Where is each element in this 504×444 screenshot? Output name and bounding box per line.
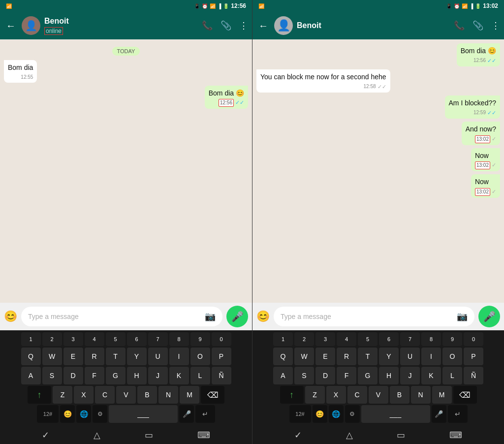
kb-J[interactable]: J xyxy=(148,367,168,384)
kb-key-6[interactable]: 6 xyxy=(127,332,147,346)
kb-U[interactable]: U xyxy=(148,348,168,365)
kb-space-left[interactable]: ___ xyxy=(109,405,178,423)
kb-r-8[interactable]: 8 xyxy=(421,332,441,346)
mic-button-left[interactable]: 🎤 xyxy=(226,306,248,327)
kb-r-N[interactable]: N xyxy=(411,386,431,404)
kb-A[interactable]: A xyxy=(21,367,41,384)
kb-S[interactable]: S xyxy=(42,367,62,384)
kb-mic-left[interactable]: 🎤 xyxy=(179,405,194,423)
back-button-left[interactable]: ← xyxy=(4,18,18,33)
kb-K[interactable]: K xyxy=(169,367,189,384)
kb-r-Z[interactable]: Z xyxy=(305,386,325,404)
kb-space-right[interactable]: ___ xyxy=(361,405,430,423)
kb-key-5[interactable]: 5 xyxy=(106,332,126,346)
kb-V[interactable]: V xyxy=(116,386,136,404)
kb-E[interactable]: E xyxy=(63,348,83,365)
kb-key-1[interactable]: 1 xyxy=(21,332,41,346)
kb-globe-right[interactable]: 🌐 xyxy=(329,405,344,423)
kb-r-L[interactable]: L xyxy=(442,367,462,384)
kb-O[interactable]: O xyxy=(190,348,210,365)
kb-Y[interactable]: Y xyxy=(127,348,147,365)
kb-key-0[interactable]: 0 xyxy=(212,332,231,346)
kb-R[interactable]: R xyxy=(85,348,104,365)
kb-r-Y[interactable]: Y xyxy=(379,348,399,365)
kb-r-J[interactable]: J xyxy=(400,367,420,384)
mic-button-right[interactable]: 🎤 xyxy=(478,306,500,327)
input-placeholder-left[interactable]: Type a message xyxy=(28,313,201,320)
more-icon-left[interactable]: ⋮ xyxy=(239,20,248,31)
kb-r-U[interactable]: U xyxy=(400,348,420,365)
kb-r-5[interactable]: 5 xyxy=(358,332,378,346)
kb-r-X[interactable]: X xyxy=(326,386,346,404)
kb-I[interactable]: I xyxy=(169,348,189,365)
kb-N[interactable]: N xyxy=(158,386,178,404)
kb-r-F[interactable]: F xyxy=(337,367,356,384)
nav-back-left[interactable]: ✓ xyxy=(42,430,49,441)
kb-r-G[interactable]: G xyxy=(358,367,378,384)
kb-r-I[interactable]: I xyxy=(421,348,441,365)
kb-key-3[interactable]: 3 xyxy=(63,332,83,346)
nav-keyboard-left[interactable]: ⌨ xyxy=(197,430,210,441)
kb-globe-left[interactable]: 🌐 xyxy=(76,405,91,423)
kb-D[interactable]: D xyxy=(63,367,83,384)
kb-r-A[interactable]: A xyxy=(273,367,293,384)
kb-r-3[interactable]: 3 xyxy=(315,332,335,346)
kb-r-V[interactable]: V xyxy=(369,386,388,404)
kb-G[interactable]: G xyxy=(106,367,126,384)
kb-M[interactable]: M xyxy=(180,386,199,404)
kb-r-N-tilde[interactable]: Ñ xyxy=(464,367,483,384)
kb-Q[interactable]: Q xyxy=(21,348,41,365)
kb-key-8[interactable]: 8 xyxy=(169,332,189,346)
more-icon-right[interactable]: ⋮ xyxy=(491,20,500,31)
kb-shift-right[interactable]: ↑ xyxy=(280,386,304,404)
kb-W[interactable]: W xyxy=(42,348,62,365)
kb-r-E[interactable]: E xyxy=(315,348,335,365)
kb-P[interactable]: P xyxy=(212,348,231,365)
kb-enter-right[interactable]: ↵ xyxy=(448,405,468,423)
kb-T[interactable]: T xyxy=(106,348,126,365)
kb-r-T[interactable]: T xyxy=(358,348,378,365)
emoji-icon-right[interactable]: 😊 xyxy=(256,310,270,323)
kb-settings-left[interactable]: ⚙ xyxy=(93,405,107,423)
kb-r-H[interactable]: H xyxy=(379,367,399,384)
kb-r-9[interactable]: 9 xyxy=(442,332,462,346)
message-input-left[interactable]: Type a message 📷 xyxy=(21,307,222,326)
kb-key-4[interactable]: 4 xyxy=(85,332,104,346)
emoji-icon-left[interactable]: 😊 xyxy=(4,310,17,323)
attachment-icon-right[interactable]: 📎 xyxy=(472,20,483,31)
kb-emoji-right[interactable]: 😊 xyxy=(313,405,327,423)
kb-r-D[interactable]: D xyxy=(315,367,335,384)
kb-emoji-left[interactable]: 😊 xyxy=(60,405,75,423)
kb-r-M[interactable]: M xyxy=(432,386,452,404)
kb-N-tilde[interactable]: Ñ xyxy=(212,367,231,384)
kb-r-4[interactable]: 4 xyxy=(337,332,356,346)
nav-recents-right[interactable]: ▭ xyxy=(397,430,405,441)
kb-r-Q[interactable]: Q xyxy=(273,348,293,365)
kb-B[interactable]: B xyxy=(137,386,157,404)
kb-r-1[interactable]: 1 xyxy=(273,332,293,346)
camera-icon-right[interactable]: 📷 xyxy=(457,311,468,322)
kb-r-C[interactable]: C xyxy=(347,386,367,404)
nav-back-right[interactable]: ✓ xyxy=(294,430,302,441)
kb-r-B[interactable]: B xyxy=(390,386,410,404)
attachment-icon-left[interactable]: 📎 xyxy=(220,20,231,31)
kb-F[interactable]: F xyxy=(85,367,104,384)
call-icon-right[interactable]: 📞 xyxy=(454,20,465,31)
nav-recents-left[interactable]: ▭ xyxy=(145,430,153,441)
kb-key-7[interactable]: 7 xyxy=(148,332,168,346)
nav-home-right[interactable]: △ xyxy=(346,430,353,441)
kb-backspace-left[interactable]: ⌫ xyxy=(201,386,224,404)
kb-Z[interactable]: Z xyxy=(53,386,72,404)
kb-r-0[interactable]: 0 xyxy=(464,332,483,346)
kb-123-right[interactable]: 12# xyxy=(289,405,311,423)
nav-home-left[interactable]: △ xyxy=(94,430,100,441)
kb-key-2[interactable]: 2 xyxy=(42,332,62,346)
kb-X[interactable]: X xyxy=(74,386,94,404)
kb-L[interactable]: L xyxy=(190,367,210,384)
kb-backspace-right[interactable]: ⌫ xyxy=(453,386,477,404)
kb-r-6[interactable]: 6 xyxy=(379,332,399,346)
call-icon-left[interactable]: 📞 xyxy=(202,20,213,31)
nav-keyboard-right[interactable]: ⌨ xyxy=(449,430,462,441)
kb-r-R[interactable]: R xyxy=(337,348,356,365)
kb-mic-right[interactable]: 🎤 xyxy=(432,405,446,423)
